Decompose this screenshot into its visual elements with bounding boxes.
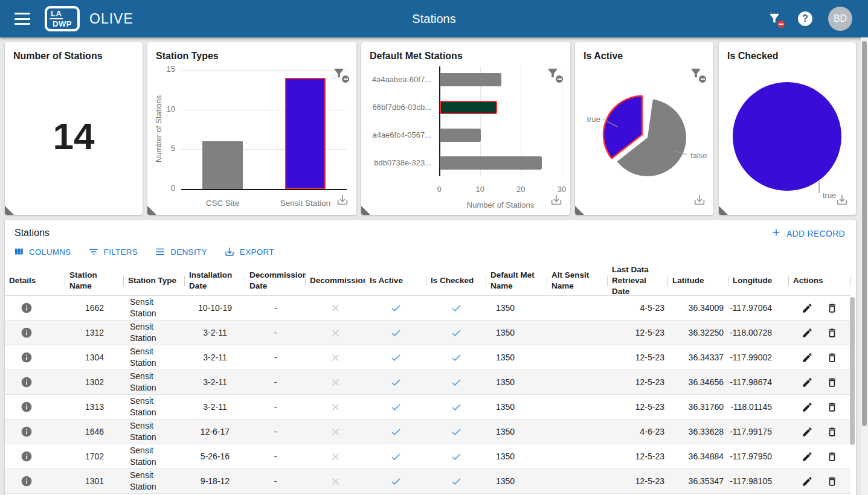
column-header-decommission-date[interactable]: Decommission Date bbox=[245, 266, 306, 295]
column-header-decommissioned[interactable]: Decommissioned bbox=[306, 266, 365, 295]
chart-download-icon[interactable] bbox=[336, 193, 349, 209]
column-header-latitude[interactable]: Latitude bbox=[668, 266, 728, 295]
column-header-station-type[interactable]: Station Type bbox=[124, 266, 185, 295]
chart-filter-icon[interactable] bbox=[332, 66, 347, 81]
details-info-button[interactable] bbox=[21, 401, 33, 413]
column-header-default-met-name[interactable]: Default Met Name bbox=[486, 266, 547, 295]
check-icon bbox=[451, 426, 462, 438]
bar-0[interactable] bbox=[440, 73, 501, 86]
table-row[interactable]: 1662Sensit Station10-10-19-13504-5-2336.… bbox=[5, 296, 850, 321]
column-header-last-data-retrieval-date[interactable]: Last Data Retrieval Date bbox=[608, 266, 668, 295]
column-header-is-checked[interactable]: Is Checked bbox=[426, 266, 486, 295]
delete-icon bbox=[826, 426, 838, 438]
bar-3[interactable] bbox=[440, 156, 542, 170]
chart-filter-icon[interactable] bbox=[689, 66, 704, 81]
close-icon bbox=[330, 426, 341, 438]
add-record-button[interactable]: ADD RECORD bbox=[771, 227, 845, 240]
delete-button[interactable] bbox=[826, 302, 838, 314]
table-scrollbar-thumb[interactable] bbox=[850, 297, 855, 445]
delete-button[interactable] bbox=[826, 401, 838, 413]
avatar[interactable]: BD bbox=[828, 7, 852, 31]
chart-download-icon[interactable] bbox=[550, 193, 563, 209]
resize-handle[interactable] bbox=[361, 206, 370, 215]
edit-button[interactable] bbox=[802, 352, 813, 363]
details-info-button[interactable] bbox=[21, 475, 33, 487]
table-row[interactable]: 1646Sensit Station12-6-17-13504-6-2336.3… bbox=[5, 420, 850, 444]
edit-button[interactable] bbox=[802, 377, 813, 388]
download-icon bbox=[336, 193, 349, 206]
edit-button[interactable] bbox=[802, 426, 813, 438]
column-header-longitude[interactable]: Longitude bbox=[728, 266, 789, 295]
table-row[interactable]: 1304Sensit Station3-2-11-135012-5-2336.3… bbox=[5, 345, 850, 370]
bar-Sensit Station[interactable] bbox=[285, 78, 326, 189]
global-filter-icon[interactable] bbox=[768, 11, 782, 26]
chart-filter-icon[interactable] bbox=[546, 66, 561, 81]
is_active-true-icon bbox=[390, 377, 402, 388]
delete-button[interactable] bbox=[826, 476, 838, 487]
page-scrollbar[interactable] bbox=[861, 37, 868, 495]
delete-button[interactable] bbox=[826, 426, 838, 438]
delete-button[interactable] bbox=[826, 377, 838, 388]
cell-last_data_retrieval_date: 12-5-23 bbox=[608, 401, 668, 413]
table-row[interactable]: 1702Sensit Station5-26-16-135012-5-2336.… bbox=[5, 444, 850, 469]
toolbar-columns-button[interactable]: COLUMNS bbox=[13, 246, 71, 257]
table-body: 1662Sensit Station10-10-19-13504-5-2336.… bbox=[5, 296, 850, 494]
column-header-actions[interactable]: Actions bbox=[789, 266, 850, 295]
edit-button[interactable] bbox=[802, 401, 813, 413]
resize-handle[interactable] bbox=[575, 206, 584, 215]
is_checked-true-icon bbox=[451, 476, 462, 487]
resize-handle[interactable] bbox=[5, 206, 14, 215]
column-header-station-name[interactable]: Station Name bbox=[65, 266, 124, 295]
is_checked-true-icon bbox=[451, 426, 462, 438]
details-info-button[interactable] bbox=[21, 302, 33, 314]
cell-default_met_name: 1350 bbox=[486, 401, 547, 413]
bar-CSC Site[interactable] bbox=[202, 141, 243, 189]
delete-button[interactable] bbox=[826, 327, 838, 339]
resize-handle[interactable] bbox=[147, 206, 156, 215]
columns-icon bbox=[13, 246, 24, 257]
menu-icon[interactable] bbox=[14, 13, 30, 25]
details-info-button[interactable] bbox=[21, 450, 33, 462]
column-header-details[interactable]: Details bbox=[5, 266, 65, 295]
delete-button[interactable] bbox=[826, 352, 838, 363]
bar-1[interactable] bbox=[440, 101, 497, 114]
cell-details bbox=[5, 327, 65, 339]
page-scrollbar-thumb[interactable] bbox=[862, 41, 867, 426]
check-icon bbox=[390, 377, 402, 388]
edit-button[interactable] bbox=[802, 451, 813, 462]
details-info-button[interactable] bbox=[21, 376, 33, 388]
cell-default_met_name: 1350 bbox=[486, 426, 547, 438]
column-header-installation-date[interactable]: Installation Date bbox=[185, 266, 245, 295]
cell-actions bbox=[789, 426, 850, 438]
cell-default_met_name: 1350 bbox=[486, 476, 547, 487]
table-row[interactable]: 1313Sensit Station3-2-11-135012-5-2336.3… bbox=[5, 395, 850, 420]
chart-download-icon[interactable] bbox=[693, 193, 706, 209]
x-axis-line bbox=[181, 189, 347, 190]
edit-button[interactable] bbox=[802, 476, 813, 487]
table-row[interactable]: 1301Sensit Station9-18-12-135012-5-2336.… bbox=[5, 469, 850, 494]
cell-details bbox=[5, 351, 65, 363]
toolbar-filters-button[interactable]: FILTERS bbox=[88, 246, 138, 257]
table-row[interactable]: 1312Sensit Station3-2-11-135012-5-2336.3… bbox=[5, 321, 850, 345]
details-info-button[interactable] bbox=[21, 351, 33, 363]
pie-slice-true[interactable] bbox=[733, 82, 841, 191]
resize-handle[interactable] bbox=[719, 206, 728, 215]
column-header-alt-sensit-name[interactable]: Alt Sensit Name bbox=[547, 266, 608, 295]
details-info-button[interactable] bbox=[21, 327, 33, 339]
details-info-button[interactable] bbox=[21, 426, 33, 438]
is_checked-true-icon bbox=[451, 352, 462, 363]
table-row[interactable]: 1302Sensit Station3-2-11-135012-5-2336.3… bbox=[5, 370, 850, 395]
help-icon[interactable]: ? bbox=[798, 11, 812, 26]
bar-2[interactable] bbox=[440, 129, 481, 142]
column-header-is-active[interactable]: Is Active bbox=[365, 266, 426, 295]
chart-download-icon[interactable] bbox=[835, 193, 849, 209]
gridline bbox=[562, 66, 562, 176]
edit-button[interactable] bbox=[802, 302, 813, 314]
edit-button[interactable] bbox=[802, 327, 813, 339]
station-count-value: 14 bbox=[5, 115, 143, 158]
delete-button[interactable] bbox=[826, 451, 838, 462]
cell-details bbox=[5, 475, 65, 487]
toolbar-density-button[interactable]: DENSITY bbox=[155, 246, 207, 257]
toolbar-export-button[interactable]: EXPORT bbox=[224, 246, 274, 257]
cell-installation_date: 5-26-16 bbox=[185, 451, 245, 462]
